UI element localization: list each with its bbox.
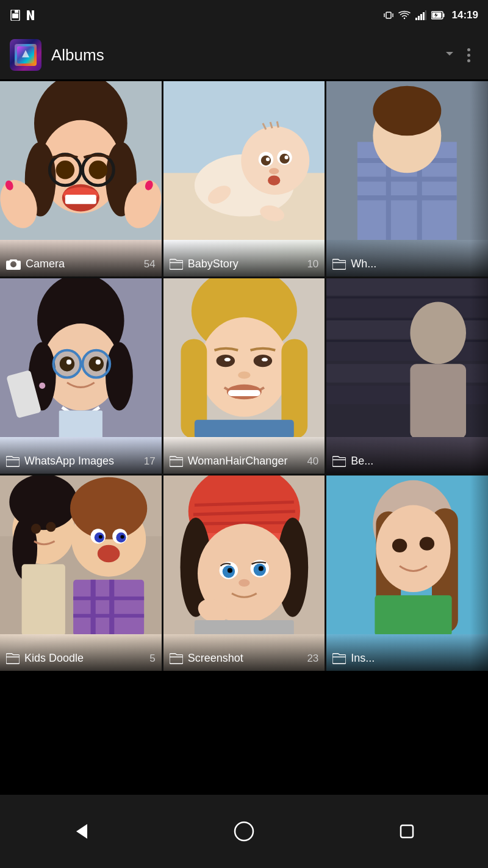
svg-marker-153 — [76, 824, 87, 839]
svg-point-69 — [60, 356, 74, 371]
svg-line-130 — [196, 523, 293, 524]
signal-icon — [415, 10, 426, 20]
album-label-be-partial: Be... — [332, 455, 373, 468]
recents-button[interactable] — [389, 813, 425, 850]
svg-point-85 — [261, 358, 267, 361]
album-cell-be-partial[interactable]: Be... — [326, 278, 488, 474]
svg-rect-92 — [326, 278, 488, 295]
album-label-camera: Camera — [6, 258, 65, 270]
vibrate-icon — [384, 10, 393, 21]
ins-partial-label: Ins... — [351, 652, 375, 665]
album-overlay-wh-partial: Wh... — [326, 240, 488, 277]
album-label-whatsapp: WhatsApp Images — [6, 455, 114, 468]
album-cell-babystory[interactable]: BabyStory 10 — [163, 81, 325, 277]
album-thumbnail-ins-partial — [326, 476, 488, 634]
album-cell-wh-partial[interactable]: Wh... — [326, 81, 488, 277]
svg-rect-102 — [411, 364, 467, 437]
svg-point-71 — [66, 360, 71, 364]
toolbar: Albums — [0, 31, 488, 79]
album-thumbnail-babystory — [163, 81, 325, 240]
svg-point-119 — [98, 545, 120, 563]
album-overlay-ins-partial: Ins... — [326, 634, 488, 671]
svg-point-65 — [106, 342, 133, 411]
album-cell-screenshot[interactable]: Screenshot 23 — [163, 476, 325, 671]
recents-icon — [397, 822, 417, 841]
svg-rect-143 — [195, 620, 294, 634]
svg-rect-110 — [22, 564, 65, 634]
album-label-screenshot: Screenshot — [170, 652, 243, 665]
svg-rect-8 — [420, 14, 422, 20]
svg-rect-155 — [401, 825, 413, 837]
svg-marker-16 — [446, 52, 453, 56]
folder-icon-womanhairchanger — [170, 456, 183, 467]
status-bar-right-icons: 14:19 — [384, 9, 478, 21]
more-options-button[interactable] — [459, 45, 478, 65]
svg-point-47 — [269, 168, 279, 174]
svg-marker-2 — [15, 10, 18, 13]
be-partial-label: Be... — [351, 455, 373, 468]
svg-rect-24 — [65, 195, 96, 204]
svg-point-109 — [46, 522, 56, 532]
folder-icon-ins-partial — [332, 653, 346, 664]
svg-point-44 — [279, 154, 289, 164]
svg-rect-89 — [195, 420, 294, 437]
bottom-navigation — [0, 795, 488, 868]
album-thumbnail-be-partial — [326, 278, 488, 437]
svg-point-141 — [239, 579, 249, 587]
svg-point-46 — [284, 156, 288, 159]
svg-point-154 — [235, 822, 253, 841]
svg-rect-152 — [375, 595, 452, 634]
album-overlay-camera: Camera 54 — [0, 240, 162, 277]
album-thumbnail-camera — [0, 81, 162, 240]
sim-icon — [10, 10, 21, 21]
svg-point-73 — [39, 383, 45, 389]
album-label-kidsdoodle: Kids Doodle — [6, 652, 84, 665]
svg-rect-75 — [59, 411, 102, 437]
svg-point-48 — [268, 175, 280, 185]
svg-point-112 — [70, 477, 147, 540]
svg-point-86 — [238, 371, 250, 378]
svg-point-70 — [89, 356, 104, 371]
folder-icon-screenshot — [170, 653, 183, 664]
status-bar: 14:19 — [0, 0, 488, 31]
album-thumbnail-kidsdoodle — [0, 476, 162, 634]
svg-point-140 — [258, 566, 263, 571]
svg-point-151 — [420, 537, 434, 550]
album-thumbnail-wh-partial — [326, 81, 488, 240]
svg-point-28 — [56, 161, 75, 179]
album-overlay-whatsapp: WhatsApp Images 17 — [0, 437, 162, 474]
svg-rect-1 — [12, 13, 18, 18]
status-time: 14:19 — [452, 9, 478, 21]
svg-point-59 — [373, 86, 442, 136]
app-icon — [10, 39, 41, 71]
album-cell-womanhairchanger[interactable]: WomanHairChanger 40 — [163, 278, 325, 474]
home-icon — [233, 820, 255, 842]
battery-icon — [431, 11, 445, 20]
svg-point-118 — [120, 535, 124, 538]
album-cell-camera[interactable]: Camera 54 — [0, 81, 162, 277]
svg-rect-3 — [386, 12, 391, 18]
album-overlay-be-partial: Be... — [326, 437, 488, 474]
album-thumbnail-whatsapp — [0, 278, 162, 437]
svg-point-150 — [392, 539, 407, 552]
album-thumbnail-screenshot — [163, 476, 325, 634]
album-label-wh-partial: Wh... — [332, 258, 376, 270]
home-button[interactable] — [226, 813, 262, 850]
albums-grid: Camera 54 — [0, 81, 488, 671]
album-cell-whatsapp[interactable]: WhatsApp Images 17 — [0, 278, 162, 474]
svg-rect-7 — [418, 16, 420, 20]
camera-icon — [6, 258, 21, 270]
back-button[interactable] — [63, 813, 99, 850]
album-cell-ins-partial[interactable]: Ins... — [326, 476, 488, 671]
dropdown-arrow-icon — [444, 48, 455, 59]
svg-point-45 — [266, 157, 270, 161]
svg-point-79 — [199, 317, 289, 417]
svg-rect-120 — [73, 580, 144, 634]
album-cell-kidsdoodle[interactable]: Kids Doodle 5 — [0, 476, 162, 671]
svg-rect-12 — [443, 13, 444, 17]
svg-point-84 — [224, 358, 230, 361]
toolbar-title: Albums — [51, 46, 444, 65]
svg-rect-9 — [423, 12, 425, 20]
back-icon — [70, 820, 92, 842]
svg-point-29 — [89, 161, 108, 179]
